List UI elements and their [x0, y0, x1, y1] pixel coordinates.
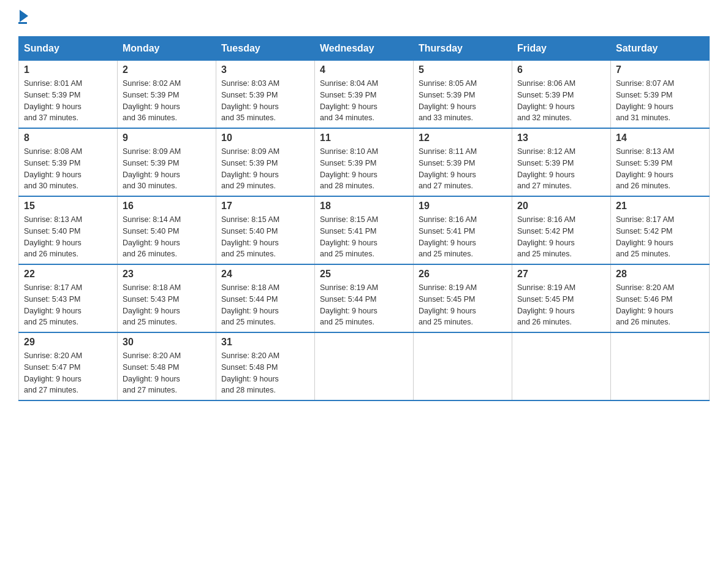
daylight-hours: Daylight: 9 hours — [123, 305, 211, 317]
calendar-cell: 31Sunrise: 8:20 AMSunset: 5:48 PMDayligh… — [216, 332, 315, 400]
day-info: Sunrise: 8:19 AMSunset: 5:44 PMDaylight:… — [320, 282, 408, 328]
day-info: Sunrise: 8:20 AMSunset: 5:47 PMDaylight:… — [24, 350, 112, 396]
day-number: 27 — [517, 269, 605, 280]
day-number: 3 — [221, 64, 309, 75]
day-info: Sunrise: 8:18 AMSunset: 5:43 PMDaylight:… — [123, 282, 211, 328]
day-info: Sunrise: 8:19 AMSunset: 5:45 PMDaylight:… — [419, 282, 507, 328]
daylight-hours: Daylight: 9 hours — [517, 237, 605, 249]
day-number: 29 — [24, 337, 112, 348]
day-number: 4 — [320, 64, 408, 75]
calendar-week-1: 1Sunrise: 8:01 AMSunset: 5:39 PMDaylight… — [19, 61, 710, 129]
calendar-cell: 17Sunrise: 8:15 AMSunset: 5:40 PMDayligh… — [216, 196, 315, 264]
sunrise-text: Sunrise: 8:19 AM — [419, 282, 507, 294]
calendar-cell: 18Sunrise: 8:15 AMSunset: 5:41 PMDayligh… — [315, 196, 414, 264]
page-header — [18, 12, 710, 24]
day-number: 7 — [616, 64, 704, 75]
sunrise-text: Sunrise: 8:15 AM — [320, 214, 408, 226]
daylight-minutes: and 25 minutes. — [616, 248, 704, 260]
sunset-text: Sunset: 5:44 PM — [320, 294, 408, 305]
sunrise-text: Sunrise: 8:20 AM — [616, 282, 704, 294]
sunrise-text: Sunrise: 8:15 AM — [221, 214, 309, 226]
sunrise-text: Sunrise: 8:20 AM — [123, 350, 211, 362]
day-number: 23 — [123, 269, 211, 280]
calendar-week-5: 29Sunrise: 8:20 AMSunset: 5:47 PMDayligh… — [19, 332, 710, 400]
weekday-header-tuesday: Tuesday — [216, 37, 315, 61]
daylight-minutes: and 30 minutes. — [24, 180, 112, 192]
day-number: 18 — [320, 201, 408, 212]
daylight-minutes: and 25 minutes. — [123, 316, 211, 328]
calendar-cell: 15Sunrise: 8:13 AMSunset: 5:40 PMDayligh… — [19, 196, 118, 264]
daylight-minutes: and 25 minutes. — [419, 316, 507, 328]
calendar-cell: 7Sunrise: 8:07 AMSunset: 5:39 PMDaylight… — [611, 61, 710, 129]
weekday-header-monday: Monday — [118, 37, 216, 61]
sunset-text: Sunset: 5:39 PM — [123, 90, 211, 101]
calendar-cell: 26Sunrise: 8:19 AMSunset: 5:45 PMDayligh… — [414, 264, 512, 332]
sunset-text: Sunset: 5:40 PM — [123, 226, 211, 237]
day-info: Sunrise: 8:11 AMSunset: 5:39 PMDaylight:… — [419, 146, 507, 192]
daylight-minutes: and 25 minutes. — [221, 316, 309, 328]
calendar-week-3: 15Sunrise: 8:13 AMSunset: 5:40 PMDayligh… — [19, 196, 710, 264]
daylight-minutes: and 25 minutes. — [221, 248, 309, 260]
daylight-minutes: and 36 minutes. — [123, 112, 211, 124]
daylight-hours: Daylight: 9 hours — [24, 373, 112, 385]
sunset-text: Sunset: 5:39 PM — [616, 90, 704, 101]
day-info: Sunrise: 8:14 AMSunset: 5:40 PMDaylight:… — [123, 214, 211, 260]
sunrise-text: Sunrise: 8:20 AM — [221, 350, 309, 362]
sunrise-text: Sunrise: 8:02 AM — [123, 78, 211, 90]
day-info: Sunrise: 8:08 AMSunset: 5:39 PMDaylight:… — [24, 146, 112, 192]
calendar-cell — [611, 332, 710, 400]
daylight-minutes: and 30 minutes. — [123, 180, 211, 192]
day-number: 10 — [221, 132, 309, 144]
calendar-week-2: 8Sunrise: 8:08 AMSunset: 5:39 PMDaylight… — [19, 128, 710, 196]
day-info: Sunrise: 8:04 AMSunset: 5:39 PMDaylight:… — [320, 78, 408, 124]
sunrise-text: Sunrise: 8:09 AM — [123, 146, 211, 158]
sunrise-text: Sunrise: 8:06 AM — [517, 78, 605, 90]
calendar-table: SundayMondayTuesdayWednesdayThursdayFrid… — [18, 36, 710, 401]
daylight-minutes: and 29 minutes. — [221, 180, 309, 192]
daylight-hours: Daylight: 9 hours — [616, 305, 704, 317]
daylight-minutes: and 26 minutes. — [123, 248, 211, 260]
day-info: Sunrise: 8:12 AMSunset: 5:39 PMDaylight:… — [517, 146, 605, 192]
daylight-minutes: and 33 minutes. — [419, 112, 507, 124]
daylight-minutes: and 35 minutes. — [221, 112, 309, 124]
calendar-cell: 28Sunrise: 8:20 AMSunset: 5:46 PMDayligh… — [611, 264, 710, 332]
day-number: 5 — [419, 64, 507, 75]
day-info: Sunrise: 8:20 AMSunset: 5:46 PMDaylight:… — [616, 282, 704, 328]
sunrise-text: Sunrise: 8:20 AM — [24, 350, 112, 362]
daylight-hours: Daylight: 9 hours — [221, 305, 309, 317]
sunrise-text: Sunrise: 8:01 AM — [24, 78, 112, 90]
day-number: 13 — [517, 132, 605, 144]
day-number: 15 — [24, 201, 112, 212]
calendar-cell: 11Sunrise: 8:10 AMSunset: 5:39 PMDayligh… — [315, 128, 414, 196]
calendar-cell: 21Sunrise: 8:17 AMSunset: 5:42 PMDayligh… — [611, 196, 710, 264]
sunset-text: Sunset: 5:46 PM — [616, 294, 704, 305]
daylight-minutes: and 27 minutes. — [419, 180, 507, 192]
sunrise-text: Sunrise: 8:09 AM — [221, 146, 309, 158]
day-number: 24 — [221, 269, 309, 280]
day-number: 2 — [123, 64, 211, 75]
calendar-cell: 27Sunrise: 8:19 AMSunset: 5:45 PMDayligh… — [512, 264, 611, 332]
daylight-hours: Daylight: 9 hours — [24, 169, 112, 181]
calendar-cell: 9Sunrise: 8:09 AMSunset: 5:39 PMDaylight… — [118, 128, 216, 196]
sunset-text: Sunset: 5:45 PM — [419, 294, 507, 305]
daylight-minutes: and 25 minutes. — [517, 248, 605, 260]
sunrise-text: Sunrise: 8:19 AM — [517, 282, 605, 294]
daylight-hours: Daylight: 9 hours — [221, 237, 309, 249]
sunrise-text: Sunrise: 8:12 AM — [517, 146, 605, 158]
daylight-minutes: and 28 minutes. — [320, 180, 408, 192]
daylight-minutes: and 32 minutes. — [517, 112, 605, 124]
day-number: 1 — [24, 64, 112, 75]
day-info: Sunrise: 8:06 AMSunset: 5:39 PMDaylight:… — [517, 78, 605, 124]
daylight-minutes: and 27 minutes. — [517, 180, 605, 192]
sunset-text: Sunset: 5:39 PM — [419, 158, 507, 169]
sunrise-text: Sunrise: 8:11 AM — [419, 146, 507, 158]
day-number: 21 — [616, 201, 704, 212]
day-info: Sunrise: 8:17 AMSunset: 5:42 PMDaylight:… — [616, 214, 704, 260]
day-info: Sunrise: 8:19 AMSunset: 5:45 PMDaylight:… — [517, 282, 605, 328]
calendar-cell: 24Sunrise: 8:18 AMSunset: 5:44 PMDayligh… — [216, 264, 315, 332]
daylight-hours: Daylight: 9 hours — [320, 169, 408, 181]
sunset-text: Sunset: 5:43 PM — [123, 294, 211, 305]
daylight-minutes: and 25 minutes. — [320, 316, 408, 328]
day-number: 12 — [419, 132, 507, 144]
daylight-minutes: and 37 minutes. — [24, 112, 112, 124]
